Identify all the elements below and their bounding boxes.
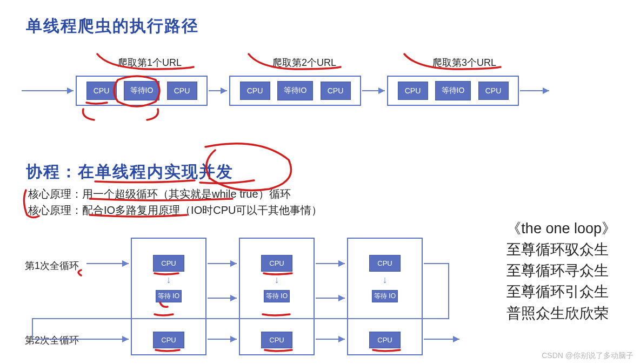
subtitle-1-text: 用一个超级循环（其实就是while true）循环 — [82, 188, 291, 200]
title-coroutine: 协程：在单线程内实现并发 — [26, 161, 234, 183]
poem-line-5: 普照众生欣欣荣 — [506, 303, 616, 324]
url-label-2: 爬取第2个URL — [272, 56, 336, 69]
loop-connectors — [16, 238, 465, 356]
watermark: CSDN @你别说了多动脑子 — [542, 351, 634, 361]
poem-line-4: 至尊循环引众生 — [506, 281, 616, 302]
poem-line-1: 《the one loop》 — [506, 218, 616, 239]
subtitle-2: 核心原理：配合IO多路复用原理（IO时CPU可以干其他事情） — [28, 203, 322, 218]
url-label-1: 爬取第1个URL — [118, 56, 182, 69]
subtitle-1-label: 核心原理： — [28, 188, 82, 200]
url-label-3: 爬取第3个URL — [432, 56, 496, 69]
poem-block: 《the one loop》 至尊循环驭众生 至尊循环寻众生 至尊循环引众生 普… — [506, 218, 616, 324]
title-single-thread: 单线程爬虫的执行路径 — [26, 15, 199, 37]
subtitle-2-label: 核心原理： — [28, 204, 82, 216]
arrow-line-top — [22, 90, 551, 95]
subtitle-2-text: 配合IO多路复用原理（IO时CPU可以干其他事情） — [82, 204, 322, 216]
poem-line-2: 至尊循环驭众生 — [506, 239, 616, 260]
poem-line-3: 至尊循环寻众生 — [506, 260, 616, 281]
subtitle-1: 核心原理：用一个超级循环（其实就是while true）循环 — [28, 187, 291, 201]
